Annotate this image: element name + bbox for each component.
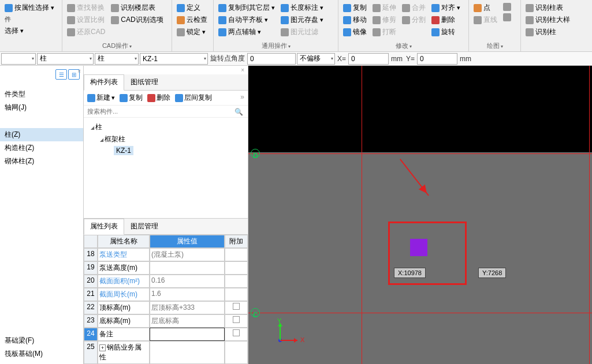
nav-item[interactable]: 件类型 (0, 88, 83, 101)
mirror-button[interactable]: 镜像 (342, 27, 368, 37)
ribbon: 按属性选择 ▾ 件 选择 ▾ 查找替换 设置比例 还原CAD 识别楼层表 CAD… (0, 0, 592, 52)
tab-drawing-mgmt[interactable]: 图纸管理 (124, 74, 165, 90)
property-row[interactable]: 18泵送类型(混凝土泵) (84, 248, 248, 261)
property-row[interactable]: 20截面面积(m²)0.16 (84, 275, 248, 288)
search-input[interactable] (84, 106, 248, 118)
x-label: X= (336, 55, 347, 63)
axis-label-d: D (253, 152, 258, 160)
general-group-label[interactable]: 通用操作 (216, 41, 336, 50)
left-panel: × ☰ ⊞ 件类型轴网(J)柱(Z)构造柱(Z)砌体柱(Z)基础梁(F)筏板基础… (0, 66, 84, 364)
lock-button[interactable]: 锁定 ▾ (176, 27, 208, 37)
line-button[interactable]: 直线 (472, 14, 498, 25)
align-button[interactable]: 对齐 ▾ (430, 2, 461, 13)
cad-options-button[interactable]: CAD识别选项 (110, 14, 164, 25)
nav-item[interactable]: 构造柱(Z) (0, 141, 83, 155)
nav-item[interactable]: 基础梁(F) (0, 334, 83, 347)
set-scale-button[interactable]: 设置比例 (66, 14, 106, 25)
select-by-attr-button[interactable]: 按属性选择 ▾ (3, 2, 55, 13)
nav-item (0, 209, 83, 223)
recog-col-detail-button[interactable]: 识别柱大样 (524, 14, 571, 25)
rotate-button[interactable]: 旋转 (430, 27, 461, 37)
tree-node[interactable]: KZ-1 (87, 145, 244, 156)
ribbon-label-jian: 件 (3, 14, 55, 24)
tree-node[interactable]: ◢框架柱 (87, 133, 244, 145)
subcategory-combo[interactable]: 柱 (95, 53, 139, 65)
left-arrow-combo[interactable] (1, 53, 36, 65)
recog-col-table-button[interactable]: 识别柱表 (524, 2, 571, 13)
copy-between-button[interactable]: 层间复制 (175, 93, 212, 103)
column-element[interactable] (410, 239, 427, 256)
define-button[interactable]: 定义 (176, 2, 208, 13)
copy-to-layer-button[interactable]: 复制到其它层 ▾ (217, 2, 276, 13)
copy-button[interactable]: 复制 (342, 2, 368, 13)
toolbar-more-icon[interactable]: » (240, 93, 244, 103)
nav-item (0, 182, 83, 196)
mm-label-2: mm (459, 55, 472, 63)
recog-col-button[interactable]: 识别柱 (524, 27, 571, 37)
midpanel-close-icon[interactable]: × (84, 66, 248, 74)
select-dropdown[interactable]: 选择 ▾ (3, 25, 55, 36)
nav-item[interactable]: 柱(Z) (0, 128, 83, 141)
trim-button[interactable]: 修剪 (371, 14, 397, 25)
leftpanel-close-icon[interactable]: × (77, 68, 81, 74)
view-list-button[interactable]: ☰ (55, 69, 67, 80)
split-button[interactable]: 分割 (401, 14, 427, 25)
move-button[interactable]: 移动 (342, 14, 368, 25)
shape2-button[interactable] (502, 13, 512, 22)
cloud-check-button[interactable]: 云检查 (176, 14, 208, 25)
break-button[interactable]: 打断 (371, 27, 397, 37)
cad-group-label[interactable]: CAD操作 (65, 41, 169, 50)
property-row[interactable]: 21截面周长(m)1.6 (84, 288, 248, 301)
property-row[interactable]: 19泵送高度(m) (84, 261, 248, 275)
auto-level-button[interactable]: 自动平齐板 ▾ (217, 14, 276, 25)
length-dim-button[interactable]: 长度标注 ▾ (280, 2, 325, 13)
category-combo[interactable]: 柱 (37, 53, 94, 65)
tree-node[interactable]: ◢柱 (87, 121, 244, 133)
nav-item (0, 265, 83, 279)
tab-properties[interactable]: 属性列表 (84, 219, 124, 235)
filter-elements-button[interactable]: 图元过滤 (280, 27, 325, 37)
search-icon[interactable]: 🔍 (234, 108, 243, 116)
tab-layers[interactable]: 图层管理 (124, 219, 165, 234)
property-row[interactable]: 22顶标高(m)层顶标高+333 (84, 301, 248, 314)
nav-item (0, 279, 83, 292)
property-row[interactable]: 24备注 (84, 328, 248, 341)
nav-item (0, 196, 83, 209)
save-elements-button[interactable]: 图元存盘 ▾ (280, 14, 325, 25)
merge-button[interactable]: 合并 (401, 2, 427, 13)
property-row[interactable]: 25+钢筋业务属性 (84, 341, 248, 364)
property-grid: 属性名称 属性值 附加 18泵送类型(混凝土泵)19泵送高度(m)20截面面积(… (84, 235, 248, 364)
delete-button[interactable]: 删除 (430, 14, 461, 25)
y-input[interactable] (417, 53, 457, 65)
nav-item (0, 251, 83, 265)
modify-group-label[interactable]: 修改 (341, 41, 466, 50)
rotation-input[interactable] (247, 53, 296, 65)
component-combo[interactable]: KZ-1 (140, 53, 208, 65)
restore-cad-button[interactable]: 还原CAD (66, 27, 106, 37)
tab-component-list[interactable]: 构件列表 (84, 74, 124, 91)
nav-item[interactable]: 砌体柱(Z) (0, 155, 83, 168)
offset-combo[interactable]: 不偏移 (297, 53, 335, 65)
x-input[interactable] (348, 53, 389, 65)
nav-item (0, 292, 83, 306)
shape1-button[interactable] (502, 2, 512, 12)
nav-item[interactable]: 筏板基础(M) (0, 347, 83, 361)
nav-item[interactable]: 轴网(J) (0, 101, 83, 114)
dup-button[interactable]: 复制 (120, 93, 143, 103)
find-replace-button[interactable]: 查找替换 (66, 2, 106, 13)
recognize-floor-button[interactable]: 识别楼层表 (110, 2, 164, 13)
property-row[interactable]: 23底标高(m)层底标高 (84, 314, 248, 328)
rotation-label: 旋转点角度 (209, 54, 246, 63)
viewport[interactable]: D C X:10978 Y:7268 X Y (248, 66, 592, 364)
aux-axis-button[interactable]: 两点辅轴 ▾ (217, 27, 276, 37)
prop-header-value[interactable]: 属性值 (150, 235, 225, 248)
extend-button[interactable]: 延伸 (371, 2, 397, 13)
coord-y-box: Y:7268 (478, 268, 506, 278)
prop-header-num (84, 235, 98, 248)
draw-group-label[interactable]: 绘图 (471, 41, 518, 50)
point-button[interactable]: 点 (472, 2, 498, 13)
nav-item (0, 237, 83, 251)
del-button[interactable]: 删除 (147, 93, 170, 103)
new-button[interactable]: 新建 ▾ (87, 93, 115, 103)
annotation-arrow (400, 159, 429, 196)
